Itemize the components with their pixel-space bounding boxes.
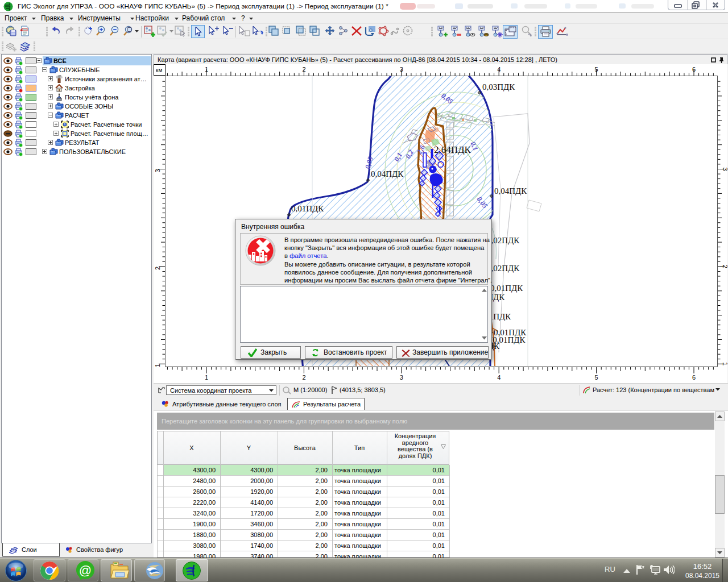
svg-text:@: @	[79, 563, 92, 577]
svg-text:2: 2	[154, 267, 161, 270]
svg-text:км: км	[156, 67, 162, 73]
svg-text:0,01ПДК: 0,01ПДК	[291, 204, 324, 213]
svg-text:0,04ПДК: 0,04ПДК	[371, 169, 404, 178]
svg-text:2: 2	[302, 374, 305, 381]
svg-text:1: 1	[154, 364, 161, 367]
svg-text:4: 4	[497, 374, 500, 381]
svg-text:3: 3	[722, 167, 727, 171]
svg-text:6: 6	[692, 374, 696, 381]
svg-text:1: 1	[205, 374, 208, 381]
svg-text:0,04ПДК: 0,04ПДК	[494, 186, 527, 196]
svg-text:2,64ПДК: 2,64ПДК	[434, 144, 471, 155]
svg-text:0,01ПДК: 0,01ПДК	[490, 284, 523, 293]
svg-text:3: 3	[400, 374, 403, 381]
svg-text:5: 5	[595, 374, 598, 381]
svg-text:2: 2	[722, 265, 727, 268]
svg-text:3: 3	[154, 169, 161, 172]
svg-text:0,03ПДК: 0,03ПДК	[482, 82, 515, 92]
svg-text:1: 1	[722, 362, 727, 365]
